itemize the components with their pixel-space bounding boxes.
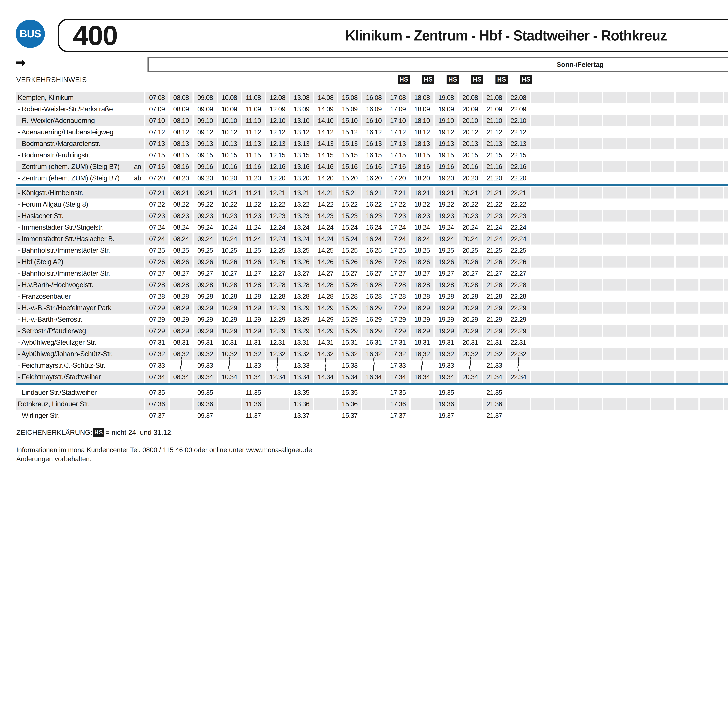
time-cell: 07.24 (145, 233, 168, 245)
stop-name: - Aybühlweg/Steufzger Str. (18, 338, 141, 346)
time-cell: 14.22 (314, 199, 337, 210)
time-cell: 21.08 (483, 92, 506, 103)
time-cell: 08.27 (170, 268, 193, 279)
time-cell (627, 410, 650, 421)
verkehrshinweis-label: VERKEHRSHINWEIS (16, 76, 87, 84)
time-cell: 15.29 (338, 325, 361, 337)
time-cell (579, 337, 602, 348)
time-cell (700, 348, 722, 360)
time-cell: 12.26 (266, 256, 289, 268)
time-cell: 12.10 (266, 115, 289, 126)
time-cell: 16.09 (362, 103, 385, 115)
time-cell (603, 268, 626, 279)
time-cell (314, 398, 337, 410)
time-cell (579, 398, 602, 410)
stop-name: - Feichtmayrstr./Stadtweiher (18, 373, 141, 381)
time-cell (652, 210, 674, 222)
time-cell: 10.29 (218, 314, 241, 325)
time-cell: 15.22 (338, 199, 361, 210)
time-cell (627, 210, 650, 222)
time-cell: 13.28 (290, 279, 313, 291)
time-cell (676, 371, 699, 383)
stop-name-cell: Kempten, Klinikum (16, 92, 144, 103)
time-cell: 17.20 (387, 172, 409, 184)
time-cell: 19.13 (434, 138, 457, 149)
time-cell (724, 172, 728, 184)
time-cell (724, 398, 728, 410)
time-cell: 13.35 (290, 387, 313, 398)
time-cell: 15.29 (338, 302, 361, 314)
stop-name-cell: - R.-Weixler/Adenauerring (16, 115, 144, 126)
time-cell: 18.23 (411, 210, 433, 222)
time-cell (603, 222, 626, 233)
time-cell: 13.34 (290, 371, 313, 383)
stop-name: - Robert-Weixler-Str./Parkstraße (18, 105, 141, 113)
time-cell: 21.22 (483, 199, 506, 210)
time-cell: 18.28 (411, 279, 433, 291)
stop-row: - Franzosenbauer07.2808.2809.2810.2811.2… (16, 291, 728, 302)
time-cell: 11.24 (242, 222, 265, 233)
time-cell (700, 325, 722, 337)
stop-row: - H.-v.-B.-Str./Hoefelmayer Park07.2908.… (16, 302, 728, 314)
section-separator (16, 184, 728, 186)
time-cell: 07.33 (145, 360, 168, 371)
time-cell: 16.21 (362, 187, 385, 199)
time-cell: 16.26 (362, 256, 385, 268)
time-cell: 21.12 (483, 126, 506, 138)
time-cell: 15.25 (338, 245, 361, 256)
time-cell: 21.29 (483, 314, 506, 325)
time-cell (652, 161, 674, 172)
time-cell (652, 410, 674, 421)
time-cell: 22.28 (507, 279, 530, 291)
time-cell: 13.29 (290, 302, 313, 314)
time-cell (555, 314, 578, 325)
stop-row: - Wirlinger Str.07.3709.3711.3713.3715.3… (16, 410, 728, 421)
time-cell (411, 387, 433, 398)
time-cell: 10.28 (218, 291, 241, 302)
time-cell: 09.27 (194, 268, 217, 279)
stop-name-cell: - Franzosenbauer (16, 291, 144, 302)
time-cell: 10.23 (218, 210, 241, 222)
time-cell (627, 279, 650, 291)
time-cell (700, 138, 722, 149)
time-cell: 22.29 (507, 325, 530, 337)
time-cell: 07.37 (145, 410, 168, 421)
time-cell: 14.24 (314, 222, 337, 233)
time-cell: 11.08 (242, 92, 265, 103)
stop-row: - Hbf (Steig A2)07.2608.2609.2610.2611.2… (16, 256, 728, 268)
time-cell: 22.15 (507, 149, 530, 161)
time-cell: 14.10 (314, 115, 337, 126)
time-cell: 22.25 (507, 245, 530, 256)
time-cell: 21.36 (483, 398, 506, 410)
time-cell: 20.24 (459, 233, 482, 245)
time-cell (459, 360, 482, 371)
time-cell (627, 103, 650, 115)
time-cell (555, 398, 578, 410)
time-cell: 22.28 (507, 291, 530, 302)
time-cell: 18.29 (411, 302, 433, 314)
time-cell: 10.24 (218, 233, 241, 245)
time-cell (266, 360, 289, 371)
time-cell: 16.31 (362, 337, 385, 348)
time-cell: 09.25 (194, 245, 217, 256)
time-cell (579, 314, 602, 325)
time-cell (218, 398, 241, 410)
time-cell: 07.23 (145, 210, 168, 222)
stop-name: - R.-Weixler/Adenauerring (18, 116, 141, 124)
time-cell: 17.28 (387, 291, 409, 302)
time-cell: 14.23 (314, 210, 337, 222)
time-cell: 16.12 (362, 126, 385, 138)
time-cell (700, 126, 722, 138)
time-cell (724, 245, 728, 256)
time-cell: 10.21 (218, 187, 241, 199)
time-cell: 13.15 (290, 149, 313, 161)
stop-name: - Bodmanstr./Frühlingstr. (18, 151, 141, 159)
stop-name: - Immenstädter Str./Strigelstr. (18, 223, 141, 231)
time-cell: 22.29 (507, 302, 530, 314)
time-cell: 20.29 (459, 325, 482, 337)
time-cell: 15.34 (338, 371, 361, 383)
time-cell: 10.12 (218, 126, 241, 138)
time-cell: 22.31 (507, 337, 530, 348)
legend-text: = nicht 24. und 31.12. (106, 429, 173, 436)
time-cell: 20.09 (459, 103, 482, 115)
